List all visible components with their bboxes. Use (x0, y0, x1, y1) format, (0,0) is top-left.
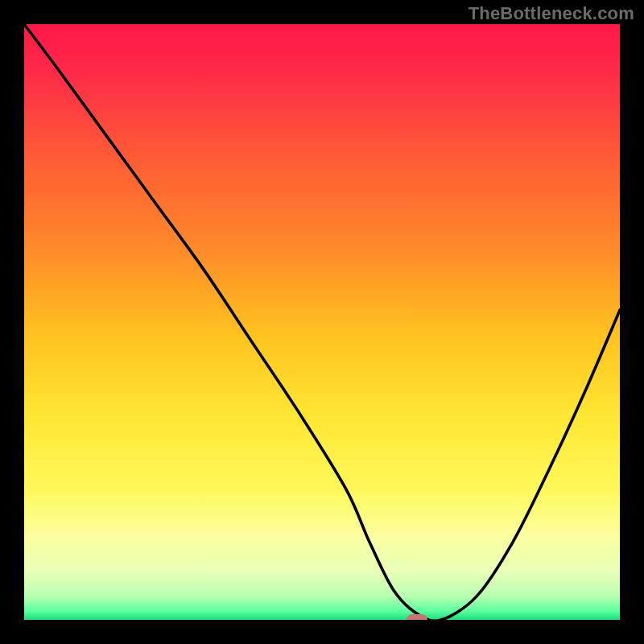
watermark-label: TheBottleneck.com (469, 3, 634, 24)
chart-frame: TheBottleneck.com (0, 0, 644, 644)
bottleneck-curve (24, 24, 620, 620)
plot-area (24, 24, 620, 620)
optimal-point-marker (407, 614, 427, 620)
